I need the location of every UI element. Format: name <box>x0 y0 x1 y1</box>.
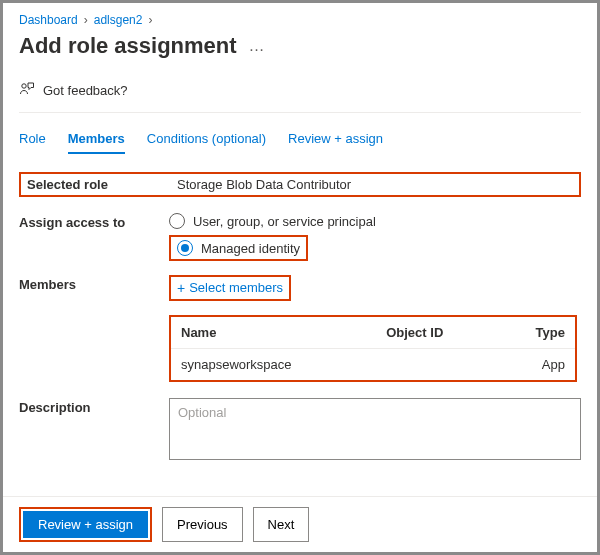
feedback-label: Got feedback? <box>43 83 128 98</box>
tab-conditions[interactable]: Conditions (optional) <box>147 125 266 154</box>
assign-access-label: Assign access to <box>19 213 169 230</box>
svg-point-0 <box>22 84 26 88</box>
radio-icon <box>169 213 185 229</box>
radio-mi-label: Managed identity <box>201 241 300 256</box>
person-feedback-icon <box>19 81 35 100</box>
breadcrumb: Dashboard › adlsgen2 › <box>19 13 581 27</box>
previous-button[interactable]: Previous <box>162 507 243 542</box>
selected-role-label: Selected role <box>27 177 177 192</box>
radio-managed-identity[interactable]: Managed identity <box>177 240 300 256</box>
tab-members[interactable]: Members <box>68 125 125 154</box>
chevron-right-icon: › <box>148 13 152 27</box>
col-type: Type <box>497 317 575 349</box>
feedback-link[interactable]: Got feedback? <box>19 77 581 113</box>
radio-user-label: User, group, or service principal <box>193 214 376 229</box>
selected-role-row: Selected role Storage Blob Data Contribu… <box>19 172 581 197</box>
col-name: Name <box>171 317 376 349</box>
tabs: Role Members Conditions (optional) Revie… <box>19 125 581 154</box>
select-members-link[interactable]: + Select members <box>177 280 283 295</box>
bottom-bar: Review + assign Previous Next <box>3 496 597 552</box>
members-label: Members <box>19 275 169 292</box>
selected-role-value: Storage Blob Data Contributor <box>177 177 351 192</box>
breadcrumb-adlsgen2[interactable]: adlsgen2 <box>94 13 143 27</box>
tab-role[interactable]: Role <box>19 125 46 154</box>
members-table: Name Object ID Type synapseworkspace App <box>169 315 577 382</box>
table-row[interactable]: synapseworkspace App <box>171 348 575 380</box>
chevron-right-icon: › <box>84 13 88 27</box>
radio-user-group[interactable]: User, group, or service principal <box>169 213 581 229</box>
next-button[interactable]: Next <box>253 507 310 542</box>
page-title: Add role assignment <box>19 33 237 59</box>
col-objectid: Object ID <box>376 317 497 349</box>
description-label: Description <box>19 398 169 415</box>
cell-name: synapseworkspace <box>171 348 376 380</box>
plus-icon: + <box>177 281 185 295</box>
cell-type: App <box>497 348 575 380</box>
description-input[interactable] <box>169 398 581 460</box>
radio-icon <box>177 240 193 256</box>
tab-review[interactable]: Review + assign <box>288 125 383 154</box>
more-icon[interactable]: … <box>249 37 265 55</box>
select-members-label: Select members <box>189 280 283 295</box>
review-assign-button[interactable]: Review + assign <box>23 511 148 538</box>
breadcrumb-dashboard[interactable]: Dashboard <box>19 13 78 27</box>
cell-objectid <box>376 348 497 380</box>
